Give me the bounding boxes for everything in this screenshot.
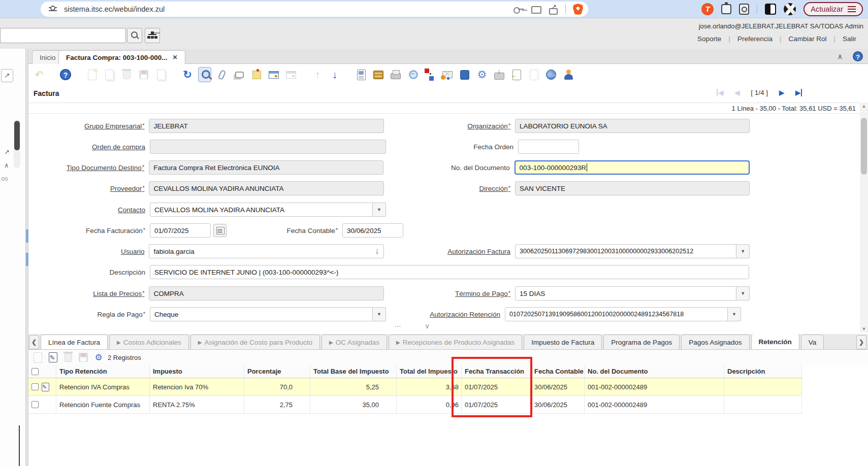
detail-tab-pagos-asignados[interactable]: Pagos Asignados bbox=[681, 335, 749, 349]
copy-record-icon[interactable] bbox=[103, 68, 116, 81]
refresh-icon[interactable]: ↻ bbox=[181, 68, 194, 81]
rail-scrollbar-thumb[interactable] bbox=[14, 121, 20, 150]
link-salir[interactable]: Salir bbox=[835, 35, 863, 43]
col-fecha-transaccion[interactable]: Fecha Transacción bbox=[462, 365, 533, 378]
label-lista-de-precios[interactable]: Lista de Precios bbox=[28, 290, 144, 297]
process-icon[interactable]: ⚙ bbox=[475, 68, 489, 81]
grid-toggle-icon[interactable] bbox=[267, 68, 280, 81]
user-toolbar-icon[interactable] bbox=[562, 68, 575, 81]
field-fecha-orden[interactable] bbox=[518, 140, 579, 154]
label-orden-de-compra[interactable]: Orden de compra bbox=[28, 143, 145, 151]
label-grupo-empresarial[interactable]: Grupo Empresarial bbox=[28, 122, 144, 130]
scroll-up-icon[interactable]: ▲ bbox=[860, 103, 868, 110]
site-settings-icon[interactable] bbox=[49, 6, 57, 13]
help-icon[interactable]: ? bbox=[853, 51, 863, 61]
link-preferencia[interactable]: Preferencia bbox=[730, 35, 780, 43]
extensions-puzzle-icon[interactable] bbox=[721, 4, 731, 14]
delete-record-icon[interactable] bbox=[120, 68, 133, 81]
extension-t-icon[interactable]: T bbox=[701, 3, 714, 15]
password-key-icon[interactable] bbox=[513, 5, 524, 14]
label-autorizacion-factura[interactable]: Autorización Factura bbox=[391, 248, 510, 255]
expand-panel-button[interactable]: ↗ bbox=[1, 69, 13, 82]
next-record-icon[interactable]: ▶ bbox=[779, 89, 784, 96]
export-icon[interactable] bbox=[493, 68, 506, 81]
rail-scrollbar[interactable] bbox=[14, 120, 20, 168]
splitter-grip-chevron[interactable]: ∨ bbox=[425, 322, 430, 330]
detail-tab-costos-adicionales[interactable]: ▶Costos Adicionales bbox=[109, 335, 189, 349]
last-record-icon[interactable]: ▶ bbox=[795, 89, 802, 96]
share-icon[interactable] bbox=[548, 5, 558, 14]
calendar-icon[interactable] bbox=[213, 224, 227, 237]
browser-profile-icon[interactable] bbox=[784, 3, 796, 15]
label-organizacion[interactable]: Organización bbox=[391, 122, 510, 130]
field-regla-de-pago[interactable]: Cheque bbox=[150, 307, 373, 321]
collapse-icon[interactable]: ∧ bbox=[4, 161, 9, 169]
row-checkbox[interactable] bbox=[31, 401, 39, 408]
find-record-icon[interactable] bbox=[198, 68, 211, 81]
detail-tab-recepciones-producto[interactable]: ▶Recepciones de Producto Asignadas bbox=[389, 335, 522, 349]
detail-tab-linea-de-factura[interactable]: Línea de Factura bbox=[41, 335, 108, 349]
col-impuesto[interactable]: Impuesto bbox=[150, 365, 244, 378]
col-porcentaje[interactable]: Porcentaje bbox=[244, 365, 310, 378]
request-email-icon[interactable] bbox=[441, 68, 454, 81]
save-icon[interactable] bbox=[137, 68, 150, 81]
report-icon[interactable] bbox=[355, 68, 368, 81]
detail-edit-icon[interactable] bbox=[47, 351, 59, 363]
link-soporte[interactable]: Soporte bbox=[690, 35, 728, 43]
link-cambiar-rol[interactable]: Cambiar Rol bbox=[781, 35, 833, 43]
detail-tab-programa-de-pagos[interactable]: Programa de Pagos bbox=[603, 335, 680, 349]
first-record-icon[interactable]: ◀ bbox=[717, 89, 723, 96]
col-total-base[interactable]: Total Base del Impuesto bbox=[310, 365, 397, 378]
splitter-grip-dots[interactable]: ⋯ bbox=[394, 322, 401, 330]
label-termino-de-pago[interactable]: Término de Pago bbox=[391, 290, 510, 297]
url-text[interactable]: sistema.itsc.ec/webui/index.zul bbox=[64, 5, 165, 13]
previous-record-icon[interactable]: ◀ bbox=[734, 89, 740, 96]
web-icon[interactable] bbox=[544, 68, 558, 81]
new-record-icon[interactable] bbox=[85, 68, 99, 81]
field-usuario[interactable]: fabiola.garcia↓ bbox=[149, 244, 383, 258]
field-termino-de-pago[interactable]: 15 DIAS bbox=[515, 286, 736, 301]
field-no-del-documento[interactable]: 003-100-000000293R bbox=[515, 160, 750, 175]
detail-record-icon[interactable]: ↓ bbox=[328, 68, 341, 81]
field-autorizacion-retencion[interactable]: 0107202507139190958600120010020000024891… bbox=[505, 307, 728, 321]
col-no-documento[interactable]: No. del Documento bbox=[585, 365, 724, 378]
sidebar-toggle-icon[interactable] bbox=[765, 4, 776, 15]
label-usuario[interactable]: Usuario bbox=[28, 248, 144, 255]
detail-tab-impuesto-de-factura[interactable]: Impuesto de Factura bbox=[524, 335, 602, 349]
contacto-dropdown-button[interactable]: ▼ bbox=[373, 203, 386, 217]
detail-grid-icon[interactable] bbox=[284, 68, 298, 81]
csv-import-icon[interactable] bbox=[527, 68, 540, 81]
field-fecha-contable[interactable]: 30/06/2025 bbox=[342, 223, 403, 238]
label-direccion[interactable]: Dirección bbox=[391, 185, 510, 192]
label-proveedor[interactable]: Proveedor bbox=[28, 185, 144, 192]
help-toolbar-icon[interactable]: ? bbox=[59, 68, 72, 81]
print-preview-icon[interactable] bbox=[406, 68, 420, 81]
autorizacion-retencion-dropdown-button[interactable]: ▼ bbox=[728, 307, 741, 321]
workflow-icon[interactable] bbox=[424, 68, 437, 81]
form-scrollbar[interactable]: ▲ ▼ bbox=[860, 103, 868, 332]
archive-icon[interactable] bbox=[372, 68, 385, 81]
print-icon[interactable] bbox=[389, 68, 402, 81]
chat-icon[interactable] bbox=[233, 68, 246, 81]
detail-tab-oc-asignadas[interactable]: ▶OC Asignadas bbox=[322, 335, 387, 349]
collapse-all-icon[interactable]: ∧ bbox=[838, 52, 843, 60]
product-info-icon[interactable] bbox=[458, 68, 471, 81]
browser-update-button[interactable]: Actualizar bbox=[803, 2, 863, 16]
detail-delete-icon[interactable] bbox=[62, 351, 74, 363]
reader-extension-icon[interactable] bbox=[739, 4, 749, 15]
undo-icon[interactable]: ↶ bbox=[33, 68, 46, 81]
col-descripcion[interactable]: Descripción bbox=[724, 365, 802, 378]
label-contacto[interactable]: Contacto bbox=[28, 206, 145, 214]
detail-save-icon[interactable] bbox=[77, 351, 89, 363]
autorizacion-factura-dropdown-button[interactable]: ▼ bbox=[736, 244, 750, 258]
menu-tree-button[interactable] bbox=[145, 28, 160, 43]
field-contacto[interactable]: CEVALLOS MOLINA YADIRA ANUNCIATA bbox=[150, 203, 373, 217]
col-total-impuesto[interactable]: Total del Impuesto bbox=[397, 365, 462, 378]
tab-factura-compra[interactable]: Factura Compra: 003-100-000... ✕ bbox=[58, 50, 185, 64]
menu-search-input[interactable] bbox=[0, 28, 126, 43]
select-all-checkbox[interactable] bbox=[31, 368, 39, 375]
scroll-down-icon[interactable]: ▼ bbox=[860, 325, 868, 332]
label-tipo-documento-destino[interactable]: Tipo Documento Destino bbox=[28, 164, 144, 172]
detail-tab-retencion[interactable]: Retención bbox=[751, 334, 799, 349]
import-icon[interactable] bbox=[510, 68, 523, 81]
